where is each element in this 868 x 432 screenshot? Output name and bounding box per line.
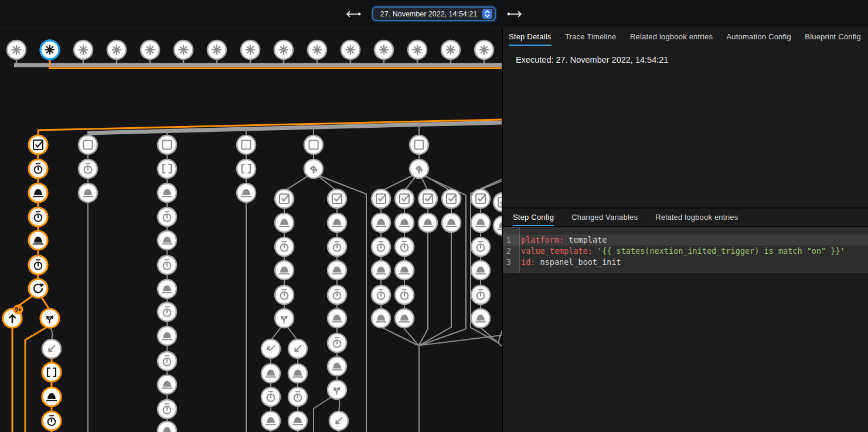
- node-service-bell[interactable]: [471, 261, 490, 280]
- node-stopwatch[interactable]: [42, 411, 61, 430]
- tab-automation-config[interactable]: Automation Config: [727, 28, 791, 46]
- node-stopwatch[interactable]: [275, 237, 294, 256]
- node-service-bell[interactable]: [471, 309, 490, 328]
- node-service-bell[interactable]: [261, 411, 280, 430]
- node-stopwatch[interactable]: [471, 237, 490, 256]
- node-condition-checked[interactable]: [29, 135, 47, 154]
- node-stopwatch[interactable]: [395, 285, 414, 304]
- node-service-bell[interactable]: [158, 326, 176, 345]
- node-service-bell[interactable]: [29, 231, 47, 250]
- trace-graph[interactable]: 9+: [0, 28, 502, 432]
- node-trigger-asterisk[interactable]: [274, 40, 293, 59]
- node-split[interactable]: [328, 380, 346, 399]
- node-trigger-asterisk[interactable]: [174, 40, 193, 59]
- node-stopwatch[interactable]: [328, 237, 346, 256]
- node-trigger-asterisk[interactable]: [7, 40, 26, 59]
- node-service-bell[interactable]: [158, 231, 176, 250]
- node-condition-checked[interactable]: [442, 189, 461, 208]
- tab-related-logbook-entries[interactable]: Related logbook entries: [655, 209, 738, 226]
- node-service-bell[interactable]: [158, 280, 176, 298]
- previous-trace-button[interactable]: [342, 8, 365, 20]
- node-service-bell[interactable]: [158, 183, 176, 202]
- node-service-bell[interactable]: [328, 357, 346, 376]
- node-trigger-asterisk[interactable]: [441, 40, 460, 59]
- node-choose[interactable]: [304, 159, 323, 178]
- node-stopwatch[interactable]: [79, 159, 97, 178]
- code-editor[interactable]: 1platform: template2value_template: '{{ …: [503, 227, 868, 273]
- node-box-outline[interactable]: [158, 135, 176, 154]
- node-split[interactable]: [275, 309, 294, 328]
- node-condition-checked[interactable]: [418, 189, 437, 208]
- node-check-arrow[interactable]: [261, 339, 280, 358]
- node-service-bell[interactable]: [261, 364, 280, 383]
- next-trace-button[interactable]: [503, 8, 526, 20]
- tab-related-logbook-entries[interactable]: Related logbook entries: [630, 28, 713, 46]
- node-brackets[interactable]: [237, 159, 256, 178]
- node-box-outline[interactable]: [237, 135, 256, 154]
- node-choose[interactable]: [410, 159, 428, 178]
- node-trigger-asterisk[interactable]: [107, 40, 126, 59]
- tab-step-config[interactable]: Step Config: [513, 209, 554, 226]
- node-service-bell[interactable]: [372, 213, 390, 232]
- node-arrow-bottom-left[interactable]: [329, 411, 348, 430]
- node-condition-checked[interactable]: [471, 189, 490, 208]
- node-repeat[interactable]: [29, 279, 47, 298]
- node-service-bell[interactable]: [158, 421, 176, 432]
- node-service-bell[interactable]: [328, 261, 346, 280]
- node-stopwatch[interactable]: [471, 285, 490, 304]
- node-stopwatch[interactable]: [395, 237, 414, 256]
- node-stopwatch[interactable]: [158, 208, 176, 226]
- node-trigger-asterisk[interactable]: [241, 40, 260, 59]
- node-service-bell[interactable]: [29, 183, 47, 202]
- node-stopwatch[interactable]: [158, 302, 176, 321]
- trace-timestamp-select[interactable]: 27. November 2022, 14:54:21: [372, 6, 496, 21]
- node-condition-checked[interactable]: [372, 189, 390, 208]
- node-trigger-asterisk[interactable]: [40, 40, 59, 59]
- node-service-bell[interactable]: [395, 213, 414, 232]
- trace-graph-pane[interactable]: 9+: [0, 28, 502, 432]
- node-box-outline[interactable]: [79, 135, 97, 154]
- node-trigger-asterisk[interactable]: [141, 40, 159, 59]
- node-trigger-asterisk[interactable]: [408, 40, 427, 59]
- node-split[interactable]: [40, 309, 59, 328]
- node-service-bell[interactable]: [395, 261, 414, 280]
- node-service-bell[interactable]: [328, 309, 346, 328]
- node-service-bell[interactable]: [275, 213, 294, 232]
- tab-trace-timeline[interactable]: Trace Timeline: [565, 28, 617, 46]
- node-service-bell[interactable]: [288, 411, 307, 430]
- node-trigger-asterisk[interactable]: [207, 40, 226, 59]
- tab-blueprint-config[interactable]: Blueprint Config: [805, 28, 861, 46]
- node-stopwatch[interactable]: [29, 159, 47, 178]
- node-stopwatch[interactable]: [372, 237, 390, 256]
- node-stopwatch[interactable]: [261, 387, 280, 406]
- node-stopwatch[interactable]: [275, 285, 294, 304]
- node-service-bell[interactable]: [158, 375, 176, 394]
- node-stopwatch[interactable]: [158, 256, 176, 274]
- node-trigger-asterisk[interactable]: [375, 40, 393, 59]
- node-stopwatch[interactable]: [328, 334, 346, 352]
- node-stopwatch[interactable]: [328, 285, 346, 304]
- node-box-outline[interactable]: [304, 135, 323, 154]
- node-service-bell[interactable]: [372, 309, 390, 328]
- node-service-bell[interactable]: [328, 213, 346, 232]
- node-brackets[interactable]: [158, 159, 176, 178]
- node-arrow-bottom-left[interactable]: [42, 339, 61, 358]
- node-condition-checked[interactable]: [493, 193, 502, 212]
- node-service-bell[interactable]: [237, 183, 256, 202]
- node-stopwatch[interactable]: [29, 256, 47, 274]
- node-service-bell[interactable]: [493, 216, 502, 235]
- node-brackets[interactable]: [42, 363, 61, 382]
- node-trigger-asterisk[interactable]: [475, 40, 493, 59]
- node-condition-checked[interactable]: [328, 189, 346, 208]
- node-service-bell[interactable]: [79, 183, 97, 202]
- node-service-bell[interactable]: [372, 261, 390, 280]
- node-service-bell[interactable]: [442, 213, 461, 232]
- node-condition-checked[interactable]: [275, 189, 294, 208]
- node-service-bell[interactable]: [471, 213, 490, 232]
- node-trigger-asterisk[interactable]: [74, 40, 93, 59]
- node-stopwatch[interactable]: [158, 400, 176, 419]
- node-box-outline[interactable]: [410, 135, 428, 154]
- node-service-bell[interactable]: [395, 309, 414, 328]
- node-stopwatch[interactable]: [158, 352, 176, 370]
- node-stopwatch[interactable]: [288, 387, 307, 406]
